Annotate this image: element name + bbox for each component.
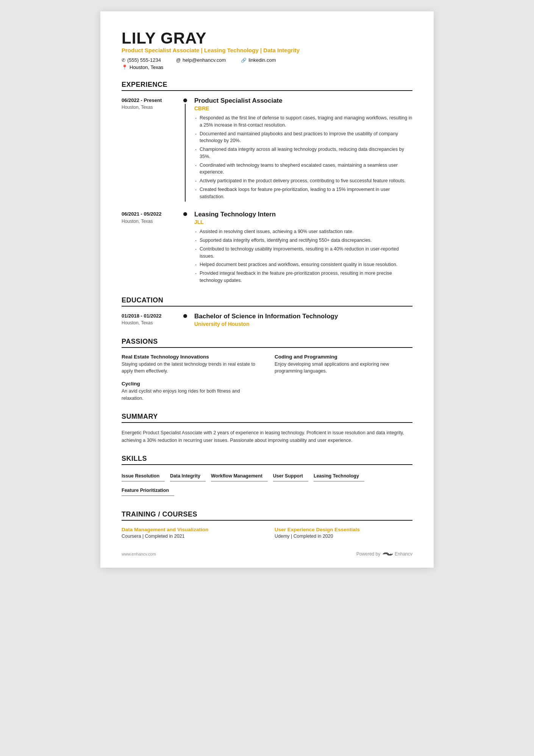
training-section: TRAINING / COURSES Data Management and V…	[122, 510, 412, 539]
bullet-item: Coordinated with technology teams to she…	[194, 162, 412, 176]
bullet-item: Helped document best practices and workf…	[194, 261, 412, 268]
job-2-location: Houston, Texas	[122, 219, 178, 224]
bullet-item: Championed data integrity across all lea…	[194, 146, 412, 160]
bullet-item: Provided integral feedback in the featur…	[194, 270, 412, 284]
skill-tag-6: Feature Prioritization	[122, 485, 174, 496]
location-row: 📍 Houston, Texas	[122, 64, 412, 70]
skills-title: SKILLS	[122, 455, 412, 465]
bullet-item: Responded as the first line of defense t…	[194, 114, 412, 129]
training-item-1: Data Management and Visualization Course…	[122, 527, 259, 539]
linkedin-url: linkedin.com	[248, 57, 276, 63]
passion-3-desc: An avid cyclist who enjoys long rides fo…	[122, 388, 259, 402]
passions-grid: Real Estate Technology Innovations Stayi…	[122, 354, 412, 402]
summary-text: Energetic Product Specialist Associate w…	[122, 429, 412, 444]
skill-tag-4: User Support	[273, 471, 308, 482]
job-2-title: Leasing Technology Intern	[194, 211, 412, 218]
job-2-date: 06/2021 - 05/2022	[122, 211, 178, 218]
bullet-item: Contributed to technology usability impr…	[194, 246, 412, 260]
job-1-bullets: Responded as the first line of defense t…	[194, 114, 412, 200]
summary-title: SUMMARY	[122, 413, 412, 423]
skill-tag-1: Issue Resolution	[122, 471, 165, 482]
job-2-right: Leasing Technology Intern JLL Assisted i…	[188, 211, 412, 285]
phone-number: (555) 555-1234	[127, 57, 161, 63]
training-title: TRAINING / COURSES	[122, 510, 412, 521]
edu-right: Bachelor of Science in Information Techn…	[188, 313, 412, 327]
passions-section: PASSIONS Real Estate Technology Innovati…	[122, 338, 412, 402]
passion-1-title: Real Estate Technology Innovations	[122, 354, 259, 360]
header-section: LILY GRAY Product Specialist Associate |…	[122, 30, 412, 70]
passion-3-title: Cycling	[122, 381, 259, 387]
passion-item-1: Real Estate Technology Innovations Stayi…	[122, 354, 259, 375]
edu-left: 01/2018 - 01/2022 Houston, Texas	[122, 313, 182, 327]
location-icon: 📍	[122, 64, 128, 70]
training-item-2: User Experience Design Essentials Udemy …	[275, 527, 412, 539]
passion-2-title: Coding and Programming	[275, 354, 412, 360]
job-1-left: 06/2022 - Present Houston, Texas	[122, 97, 182, 202]
job-1-dot	[183, 99, 187, 102]
bullet-item: Supported data integrity efforts, identi…	[194, 237, 412, 244]
education-title: EDUCATION	[122, 296, 412, 307]
powered-by-text: Powered by	[356, 551, 380, 557]
edu-date: 01/2018 - 01/2022	[122, 313, 178, 319]
skills-row: Issue Resolution Data Integrity Workflow…	[122, 471, 412, 500]
phone-icon: ✆	[122, 58, 125, 63]
training-grid: Data Management and Visualization Course…	[122, 527, 412, 539]
edu-location: Houston, Texas	[122, 320, 178, 326]
training-2-detail: Udemy | Completed in 2020	[275, 534, 412, 539]
experience-section: EXPERIENCE 06/2022 - Present Houston, Te…	[122, 81, 412, 286]
summary-section: SUMMARY Energetic Product Specialist Ass…	[122, 413, 412, 444]
edu-degree: Bachelor of Science in Information Techn…	[194, 313, 412, 320]
job-1-right: Product Specialist Associate CBRE Respon…	[188, 97, 412, 202]
training-2-title: User Experience Design Essentials	[275, 527, 412, 532]
job-1: 06/2022 - Present Houston, Texas Product…	[122, 97, 412, 202]
job-1-dot-col	[182, 97, 188, 202]
bullet-item: Documented and maintained playbooks and …	[194, 130, 412, 145]
linkedin-contact: 🔗 linkedin.com	[241, 57, 276, 63]
location-text: Houston, Texas	[130, 64, 163, 70]
job-1-date: 06/2022 - Present	[122, 97, 178, 104]
page-footer: www.enhancv.com Powered by Enhancv	[122, 551, 412, 557]
passions-title: PASSIONS	[122, 338, 412, 348]
enhancv-logo: Enhancv	[383, 551, 412, 557]
email-contact: @ help@enhancv.com	[176, 57, 226, 63]
job-1-location: Houston, Texas	[122, 105, 178, 110]
training-1-detail: Coursera | Completed in 2021	[122, 534, 259, 539]
training-1-title: Data Management and Visualization	[122, 527, 259, 532]
enhancv-brand-name: Enhancv	[395, 551, 412, 557]
footer-website: www.enhancv.com	[122, 552, 156, 556]
edu-item-1: 01/2018 - 01/2022 Houston, Texas Bachelo…	[122, 313, 412, 327]
job-2-left: 06/2021 - 05/2022 Houston, Texas	[122, 211, 182, 285]
phone-contact: ✆ (555) 555-1234	[122, 57, 161, 63]
resume-page: LILY GRAY Product Specialist Associate |…	[100, 11, 434, 568]
job-1-title: Product Specialist Associate	[194, 97, 412, 105]
passion-item-3: Cycling An avid cyclist who enjoys long …	[122, 381, 259, 402]
skill-tag-2: Data Integrity	[170, 471, 206, 482]
edu-school: University of Houston	[194, 321, 412, 327]
job-2-dot-col	[182, 211, 188, 285]
edu-dot	[183, 314, 187, 318]
education-section: EDUCATION 01/2018 - 01/2022 Houston, Tex…	[122, 296, 412, 327]
job-2-company: JLL	[194, 219, 412, 225]
job-1-company: CBRE	[194, 105, 412, 111]
job-2-bullets: Assisted in resolving client issues, ach…	[194, 228, 412, 284]
skill-tag-3: Workflow Management	[211, 471, 268, 482]
experience-title: EXPERIENCE	[122, 81, 412, 91]
footer-brand: Powered by Enhancv	[356, 551, 412, 557]
edu-dot-col	[182, 313, 188, 327]
skills-section: SKILLS Issue Resolution Data Integrity W…	[122, 455, 412, 500]
job-2-dot	[183, 212, 187, 216]
enhancv-logo-icon	[383, 551, 393, 557]
job-2: 06/2021 - 05/2022 Houston, Texas Leasing…	[122, 211, 412, 285]
bullet-item: Created feedback loops for feature pre-p…	[194, 186, 412, 200]
passion-2-desc: Enjoy developing small applications and …	[275, 361, 412, 375]
passion-1-desc: Staying updated on the latest technology…	[122, 361, 259, 375]
email-address: help@enhancv.com	[183, 57, 226, 63]
link-icon: 🔗	[241, 58, 247, 63]
bullet-item: Actively participated in the product del…	[194, 177, 412, 185]
skill-tag-5: Leasing Technology	[314, 471, 364, 482]
passion-item-2: Coding and Programming Enjoy developing …	[275, 354, 412, 375]
email-icon: @	[176, 58, 181, 63]
candidate-name: LILY GRAY	[122, 30, 412, 47]
candidate-title: Product Specialist Associate | Leasing T…	[122, 47, 412, 53]
job-1-line	[185, 104, 186, 202]
